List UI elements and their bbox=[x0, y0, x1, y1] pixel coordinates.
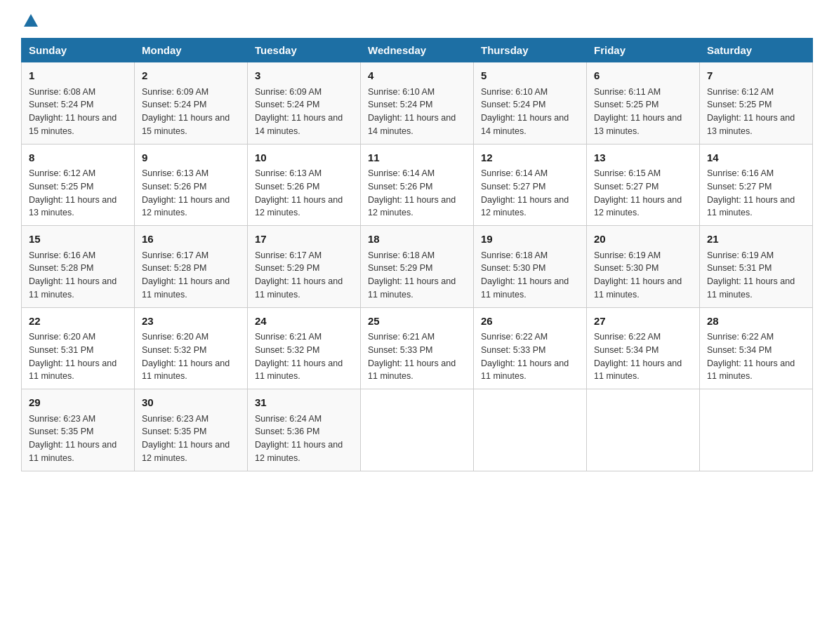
day-number: 12 bbox=[481, 150, 579, 166]
calendar-cell: 19Sunrise: 6:18 AMSunset: 5:30 PMDayligh… bbox=[474, 226, 587, 308]
day-info: Sunrise: 6:12 AMSunset: 5:25 PMDaylight:… bbox=[29, 168, 117, 217]
calendar-cell: 28Sunrise: 6:22 AMSunset: 5:34 PMDayligh… bbox=[700, 307, 813, 389]
day-info: Sunrise: 6:22 AMSunset: 5:34 PMDaylight:… bbox=[594, 332, 682, 381]
day-info: Sunrise: 6:16 AMSunset: 5:27 PMDaylight:… bbox=[707, 168, 795, 217]
day-number: 6 bbox=[594, 68, 692, 84]
calendar-cell: 7Sunrise: 6:12 AMSunset: 5:25 PMDaylight… bbox=[700, 62, 813, 145]
calendar-cell bbox=[700, 389, 813, 471]
day-info: Sunrise: 6:19 AMSunset: 5:30 PMDaylight:… bbox=[594, 250, 682, 300]
day-info: Sunrise: 6:23 AMSunset: 5:35 PMDaylight:… bbox=[142, 414, 230, 463]
day-number: 11 bbox=[368, 150, 466, 166]
calendar-week-row: 8Sunrise: 6:12 AMSunset: 5:25 PMDaylight… bbox=[22, 144, 813, 226]
day-number: 17 bbox=[255, 232, 353, 248]
day-number: 5 bbox=[481, 68, 579, 84]
day-number: 15 bbox=[29, 232, 127, 248]
calendar-week-row: 15Sunrise: 6:16 AMSunset: 5:28 PMDayligh… bbox=[22, 226, 813, 308]
day-number: 7 bbox=[707, 68, 805, 84]
day-number: 2 bbox=[142, 68, 240, 84]
calendar-cell: 25Sunrise: 6:21 AMSunset: 5:33 PMDayligh… bbox=[361, 307, 474, 389]
day-number: 18 bbox=[368, 232, 466, 248]
day-number: 16 bbox=[142, 232, 240, 248]
calendar-cell: 22Sunrise: 6:20 AMSunset: 5:31 PMDayligh… bbox=[22, 307, 135, 389]
calendar-cell: 11Sunrise: 6:14 AMSunset: 5:26 PMDayligh… bbox=[361, 144, 474, 226]
day-number: 29 bbox=[29, 395, 127, 411]
calendar-cell: 31Sunrise: 6:24 AMSunset: 5:36 PMDayligh… bbox=[248, 389, 361, 471]
day-info: Sunrise: 6:12 AMSunset: 5:25 PMDaylight:… bbox=[707, 87, 795, 136]
column-header-saturday: Saturday bbox=[700, 39, 813, 62]
calendar-cell: 27Sunrise: 6:22 AMSunset: 5:34 PMDayligh… bbox=[587, 307, 700, 389]
calendar-cell: 16Sunrise: 6:17 AMSunset: 5:28 PMDayligh… bbox=[135, 226, 248, 308]
day-number: 4 bbox=[368, 68, 466, 84]
calendar-cell: 14Sunrise: 6:16 AMSunset: 5:27 PMDayligh… bbox=[700, 144, 813, 226]
day-info: Sunrise: 6:17 AMSunset: 5:29 PMDaylight:… bbox=[255, 250, 343, 300]
calendar-header-row: SundayMondayTuesdayWednesdayThursdayFrid… bbox=[22, 39, 813, 62]
calendar-cell: 5Sunrise: 6:10 AMSunset: 5:24 PMDaylight… bbox=[474, 62, 587, 145]
column-header-monday: Monday bbox=[135, 39, 248, 62]
calendar-cell bbox=[587, 389, 700, 471]
calendar-cell: 30Sunrise: 6:23 AMSunset: 5:35 PMDayligh… bbox=[135, 389, 248, 471]
column-header-friday: Friday bbox=[587, 39, 700, 62]
calendar-cell: 4Sunrise: 6:10 AMSunset: 5:24 PMDaylight… bbox=[361, 62, 474, 145]
calendar-cell: 1Sunrise: 6:08 AMSunset: 5:24 PMDaylight… bbox=[22, 62, 135, 145]
calendar-cell: 2Sunrise: 6:09 AMSunset: 5:24 PMDaylight… bbox=[135, 62, 248, 145]
day-info: Sunrise: 6:14 AMSunset: 5:26 PMDaylight:… bbox=[368, 168, 456, 217]
day-info: Sunrise: 6:10 AMSunset: 5:24 PMDaylight:… bbox=[368, 87, 456, 136]
calendar-cell: 17Sunrise: 6:17 AMSunset: 5:29 PMDayligh… bbox=[248, 226, 361, 308]
calendar-cell: 8Sunrise: 6:12 AMSunset: 5:25 PMDaylight… bbox=[22, 144, 135, 226]
calendar-cell: 21Sunrise: 6:19 AMSunset: 5:31 PMDayligh… bbox=[700, 226, 813, 308]
day-number: 13 bbox=[594, 150, 692, 166]
day-info: Sunrise: 6:09 AMSunset: 5:24 PMDaylight:… bbox=[142, 87, 230, 136]
day-info: Sunrise: 6:22 AMSunset: 5:34 PMDaylight:… bbox=[707, 332, 795, 381]
calendar-week-row: 1Sunrise: 6:08 AMSunset: 5:24 PMDaylight… bbox=[22, 62, 813, 145]
calendar-cell: 26Sunrise: 6:22 AMSunset: 5:33 PMDayligh… bbox=[474, 307, 587, 389]
day-info: Sunrise: 6:20 AMSunset: 5:31 PMDaylight:… bbox=[29, 332, 117, 381]
day-number: 20 bbox=[594, 232, 692, 248]
calendar-cell: 29Sunrise: 6:23 AMSunset: 5:35 PMDayligh… bbox=[22, 389, 135, 471]
day-number: 3 bbox=[255, 68, 353, 84]
day-info: Sunrise: 6:18 AMSunset: 5:29 PMDaylight:… bbox=[368, 250, 456, 300]
calendar-cell: 9Sunrise: 6:13 AMSunset: 5:26 PMDaylight… bbox=[135, 144, 248, 226]
day-number: 19 bbox=[481, 232, 579, 248]
calendar-cell: 23Sunrise: 6:20 AMSunset: 5:32 PMDayligh… bbox=[135, 307, 248, 389]
column-header-tuesday: Tuesday bbox=[248, 39, 361, 62]
column-header-wednesday: Wednesday bbox=[361, 39, 474, 62]
day-number: 31 bbox=[255, 395, 353, 411]
day-number: 14 bbox=[707, 150, 805, 166]
day-info: Sunrise: 6:11 AMSunset: 5:25 PMDaylight:… bbox=[594, 87, 682, 136]
day-info: Sunrise: 6:23 AMSunset: 5:35 PMDaylight:… bbox=[29, 414, 117, 463]
day-info: Sunrise: 6:13 AMSunset: 5:26 PMDaylight:… bbox=[255, 168, 343, 217]
day-info: Sunrise: 6:10 AMSunset: 5:24 PMDaylight:… bbox=[481, 87, 569, 136]
day-info: Sunrise: 6:18 AMSunset: 5:30 PMDaylight:… bbox=[481, 250, 569, 300]
day-number: 9 bbox=[142, 150, 240, 166]
day-number: 22 bbox=[29, 314, 127, 330]
logo-triangle-icon bbox=[24, 14, 38, 27]
calendar-cell: 10Sunrise: 6:13 AMSunset: 5:26 PMDayligh… bbox=[248, 144, 361, 226]
calendar-cell: 20Sunrise: 6:19 AMSunset: 5:30 PMDayligh… bbox=[587, 226, 700, 308]
day-number: 24 bbox=[255, 314, 353, 330]
calendar-cell: 18Sunrise: 6:18 AMSunset: 5:29 PMDayligh… bbox=[361, 226, 474, 308]
logo bbox=[21, 14, 39, 27]
day-info: Sunrise: 6:17 AMSunset: 5:28 PMDaylight:… bbox=[142, 250, 230, 300]
day-number: 26 bbox=[481, 314, 579, 330]
day-number: 28 bbox=[707, 314, 805, 330]
calendar-cell: 6Sunrise: 6:11 AMSunset: 5:25 PMDaylight… bbox=[587, 62, 700, 145]
day-info: Sunrise: 6:24 AMSunset: 5:36 PMDaylight:… bbox=[255, 414, 343, 463]
day-number: 23 bbox=[142, 314, 240, 330]
calendar-table: SundayMondayTuesdayWednesdayThursdayFrid… bbox=[21, 38, 813, 471]
column-header-sunday: Sunday bbox=[22, 39, 135, 62]
day-info: Sunrise: 6:15 AMSunset: 5:27 PMDaylight:… bbox=[594, 168, 682, 217]
calendar-week-row: 22Sunrise: 6:20 AMSunset: 5:31 PMDayligh… bbox=[22, 307, 813, 389]
day-info: Sunrise: 6:08 AMSunset: 5:24 PMDaylight:… bbox=[29, 87, 117, 136]
page-header bbox=[21, 14, 813, 27]
calendar-cell: 12Sunrise: 6:14 AMSunset: 5:27 PMDayligh… bbox=[474, 144, 587, 226]
day-info: Sunrise: 6:14 AMSunset: 5:27 PMDaylight:… bbox=[481, 168, 569, 217]
calendar-cell: 13Sunrise: 6:15 AMSunset: 5:27 PMDayligh… bbox=[587, 144, 700, 226]
day-number: 10 bbox=[255, 150, 353, 166]
day-info: Sunrise: 6:19 AMSunset: 5:31 PMDaylight:… bbox=[707, 250, 795, 300]
column-header-thursday: Thursday bbox=[474, 39, 587, 62]
day-number: 30 bbox=[142, 395, 240, 411]
day-info: Sunrise: 6:16 AMSunset: 5:28 PMDaylight:… bbox=[29, 250, 117, 300]
day-number: 25 bbox=[368, 314, 466, 330]
day-number: 8 bbox=[29, 150, 127, 166]
day-info: Sunrise: 6:09 AMSunset: 5:24 PMDaylight:… bbox=[255, 87, 343, 136]
